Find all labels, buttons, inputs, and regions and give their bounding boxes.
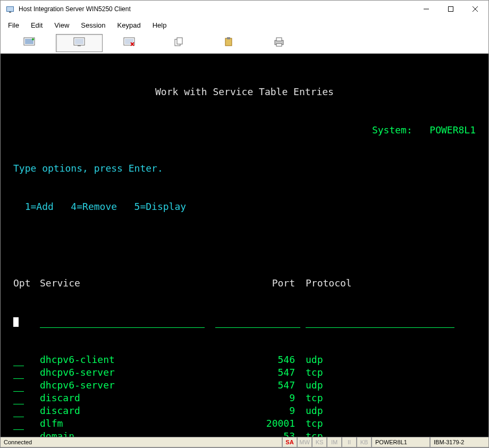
svg-rect-4 — [449, 7, 453, 12]
terminal-icon — [23, 37, 35, 48]
toolbar-button-6[interactable] — [256, 34, 302, 52]
header-underline — [13, 315, 476, 328]
option-legend: 1=Add 4=Remove 5=Display — [13, 200, 476, 213]
svg-rect-20 — [227, 37, 230, 39]
cell-service: dhcpv6-server — [40, 366, 215, 379]
menubar: File Edit View Session Keypad Help — [1, 18, 488, 32]
cell-port: 20001 — [215, 417, 306, 430]
app-icon — [6, 5, 14, 13]
svg-rect-11 — [75, 39, 83, 44]
option-input[interactable] — [13, 419, 24, 430]
cell-protocol: tcp — [306, 366, 476, 379]
cell-service: discard — [40, 404, 215, 417]
toolbar-button-5[interactable] — [206, 34, 252, 52]
cell-port: 547 — [215, 379, 306, 392]
option-input[interactable] — [13, 407, 24, 417]
table-row: dhcpv6-client546udp — [13, 353, 476, 366]
menu-file[interactable]: File — [3, 18, 24, 32]
option-input[interactable] — [13, 356, 24, 366]
svg-rect-19 — [225, 38, 232, 46]
table-row: domain53tcp — [13, 430, 476, 437]
status-sa: SA — [282, 437, 297, 447]
hdr-service: Service — [40, 277, 215, 290]
cell-service: dhcpv6-server — [40, 379, 215, 392]
cell-port: 9 — [215, 404, 306, 417]
menu-help[interactable]: Help — [147, 18, 172, 32]
cell-service: domain — [40, 430, 215, 437]
cell-protocol: tcp — [306, 430, 476, 437]
app-window: Host Integration Server WIN5250 Client F… — [0, 0, 489, 448]
toolbar — [1, 32, 488, 54]
column-headers: Opt Service Port Protocol — [13, 277, 476, 290]
table-row: dhcpv6-server547udp — [13, 379, 476, 392]
table-body: dhcpv6-client546udpdhcpv6-server547tcpdh… — [13, 353, 476, 437]
status-im: IM — [327, 437, 342, 447]
option-input[interactable] — [13, 368, 24, 379]
table-row: dlfm20001tcp — [13, 417, 476, 430]
copy-icon — [174, 37, 184, 48]
svg-rect-22 — [276, 38, 282, 41]
svg-rect-18 — [177, 38, 182, 44]
cell-port: 546 — [215, 353, 306, 366]
system-label: System: — [372, 124, 412, 137]
option-input[interactable] — [13, 394, 24, 404]
hdr-opt: Opt — [13, 277, 40, 290]
cell-protocol: udp — [306, 353, 476, 366]
svg-rect-12 — [78, 45, 81, 46]
cell-port: 547 — [215, 366, 306, 379]
input-cursor[interactable] — [13, 317, 19, 327]
instructions: Type options, press Enter. — [13, 162, 476, 175]
status-connection: Connected — [1, 437, 282, 447]
svg-rect-1 — [7, 7, 13, 11]
status-kb: KB — [357, 437, 372, 447]
close-button[interactable] — [463, 1, 487, 17]
cell-protocol: udp — [306, 404, 476, 417]
titlebar: Host Integration Server WIN5250 Client — [1, 1, 488, 18]
status-ks: KS — [312, 437, 327, 447]
cell-port: 9 — [215, 392, 306, 404]
status-mw: MW — [297, 437, 312, 447]
maximize-button[interactable] — [439, 1, 463, 17]
svg-rect-23 — [276, 44, 282, 46]
cell-service: dhcpv6-client — [40, 353, 215, 366]
svg-point-9 — [32, 38, 34, 40]
status-ii: II — [342, 437, 357, 447]
option-input[interactable] — [13, 381, 24, 392]
table-row: discard9udp — [13, 404, 476, 417]
terminal-screen[interactable]: Work with Service Table Entries System: … — [1, 54, 488, 437]
cell-service: discard — [40, 392, 215, 404]
cell-service: dlfm — [40, 417, 215, 430]
cell-protocol: tcp — [306, 417, 476, 430]
terminal-close-icon — [123, 37, 135, 48]
system-name: POWER8L1 — [429, 124, 476, 137]
toolbar-button-4[interactable] — [156, 34, 203, 52]
menu-edit[interactable]: Edit — [26, 18, 48, 32]
statusbar: Connected SA MW KS IM II KB POWER8L1 IBM… — [1, 437, 488, 447]
paste-icon — [224, 37, 234, 48]
cell-protocol: tcp — [306, 392, 476, 404]
status-device: IBM-3179-2 — [430, 437, 488, 447]
toolbar-button-1[interactable] — [6, 34, 53, 52]
toolbar-button-2[interactable] — [56, 34, 103, 52]
svg-rect-2 — [9, 12, 11, 13]
print-icon — [273, 37, 285, 48]
option-input[interactable] — [13, 432, 24, 437]
menu-session[interactable]: Session — [75, 18, 111, 32]
toolbar-button-3[interactable] — [106, 34, 153, 52]
hdr-port: Port — [215, 277, 306, 290]
menu-view[interactable]: View — [49, 18, 74, 32]
status-system: POWER8L1 — [372, 437, 430, 447]
window-controls — [414, 1, 487, 17]
hdr-protocol: Protocol — [306, 277, 476, 290]
terminal-alt-icon — [73, 37, 85, 48]
cell-protocol: udp — [306, 379, 476, 392]
window-title: Host Integration Server WIN5250 Client — [19, 5, 414, 13]
cell-port: 53 — [215, 430, 306, 437]
table-row: discard9tcp — [13, 392, 476, 404]
table-row: dhcpv6-server547tcp — [13, 366, 476, 379]
menu-keypad[interactable]: Keypad — [112, 18, 146, 32]
minimize-button[interactable] — [414, 1, 439, 17]
screen-title: Work with Service Table Entries — [13, 86, 476, 98]
